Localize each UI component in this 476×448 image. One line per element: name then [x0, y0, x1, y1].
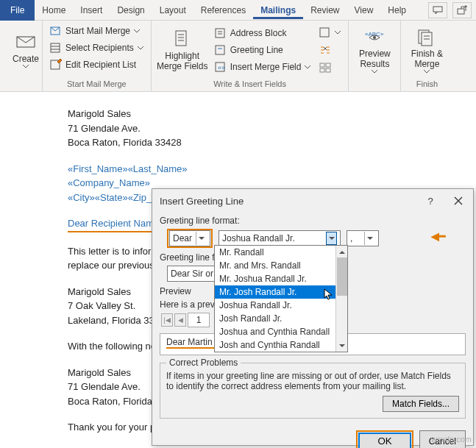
dialog-buttons: OK Cancel: [152, 424, 473, 448]
sender-line: Marigold Sales: [68, 107, 476, 121]
svg-rect-1: [458, 9, 464, 14]
correct-problems-group: Correct Problems If items in your greeti…: [160, 363, 466, 419]
chevron-down-icon: [326, 232, 337, 245]
group-title: Finish: [405, 78, 448, 90]
salutation-select[interactable]: Dear: [169, 230, 210, 246]
tab-references[interactable]: References: [193, 1, 253, 19]
dialog-titlebar: Insert Greeting Line ?: [152, 189, 473, 213]
cmd-label: Edit Recipient List: [65, 60, 136, 70]
group-start-mail-merge: Start Mail Merge Select Recipients Edit …: [43, 21, 152, 91]
tab-design[interactable]: Design: [110, 1, 152, 19]
group-title: Write & Insert Fields: [156, 78, 344, 90]
scrollbar[interactable]: [335, 246, 347, 352]
sel-value: Joshua Randall Jr.: [222, 233, 295, 243]
dropdown-item[interactable]: Josh and Cynthia Randall: [215, 338, 347, 352]
svg-rect-8: [176, 31, 186, 46]
address-block-button[interactable]: Address Block: [212, 26, 314, 40]
record-number-input[interactable]: 1: [188, 313, 210, 327]
finish-merge-button[interactable]: Finish & Merge: [405, 24, 448, 77]
svg-rect-21: [326, 63, 330, 67]
svg-rect-20: [320, 63, 324, 67]
greeting-icon: [215, 44, 227, 56]
close-button[interactable]: [448, 193, 469, 208]
highlight-merge-fields-button[interactable]: Highlight Merge Fields: [156, 24, 209, 77]
insertfield-icon: «»: [215, 61, 227, 73]
match-fields-button[interactable]: Match Fields...: [383, 396, 459, 412]
finish-icon: [416, 26, 437, 47]
dropdown-item[interactable]: Josh Randall Jr.: [215, 312, 347, 325]
tab-view[interactable]: View: [347, 1, 381, 19]
cmd-label: Insert Merge Field: [230, 62, 302, 72]
scroll-thumb[interactable]: [337, 257, 347, 296]
chevron-down-icon: [372, 70, 377, 74]
chevron-down-icon: [335, 31, 341, 35]
btn-label: Highlight Merge Fields: [156, 51, 209, 72]
first-record-button[interactable]: |◀: [161, 313, 173, 327]
envelope-icon: [15, 32, 36, 52]
create-label: Create: [13, 54, 39, 65]
chevron-down-icon: [305, 65, 310, 69]
cmd-label: Address Block: [230, 28, 287, 38]
update-labels-button[interactable]: [316, 61, 344, 74]
select-recipients-button[interactable]: Select Recipients: [47, 40, 146, 55]
svg-rect-12: [216, 29, 224, 38]
recipients-icon: [50, 42, 62, 54]
svg-rect-23: [326, 68, 330, 72]
insert-greeting-line-dialog: Insert Greeting Line ? Greeting line for…: [152, 188, 474, 446]
help-button[interactable]: ?: [420, 193, 441, 208]
name-format-select[interactable]: Joshua Randall Jr.: [219, 230, 341, 246]
tab-review[interactable]: Review: [303, 1, 347, 19]
comments-button[interactable]: [428, 2, 447, 18]
watermark: wsxdn.com: [431, 435, 472, 444]
preview-results-button[interactable]: «ABC» Preview Results: [353, 24, 396, 77]
edit-recipient-list-button[interactable]: Edit Recipient List: [47, 57, 146, 72]
group-create: Create: [0, 21, 43, 91]
tab-mailings[interactable]: Mailings: [253, 1, 303, 19]
sender-line: 71 Glendale Ave.: [68, 121, 476, 136]
insert-merge-field-button[interactable]: «» Insert Merge Field: [212, 60, 314, 74]
scroll-down-icon[interactable]: [336, 340, 347, 352]
btn-label: Preview Results: [353, 49, 396, 70]
highlight-icon: [172, 29, 193, 49]
merge-field-city: «City»: [68, 192, 95, 203]
svg-rect-15: [216, 46, 224, 54]
group-title: [353, 87, 396, 90]
start-mail-merge-button[interactable]: Start Mail Merge: [47, 24, 146, 38]
sender-line: Boca Raton, Florida 33428: [68, 135, 476, 150]
match-fields-button[interactable]: [316, 43, 344, 57]
address-icon: [215, 27, 227, 39]
tab-help[interactable]: Help: [380, 1, 413, 19]
svg-point-25: [373, 36, 376, 39]
punctuation-select[interactable]: ,: [347, 230, 379, 246]
svg-rect-19: [320, 28, 329, 37]
cmd-label: Start Mail Merge: [65, 26, 130, 36]
group-title-create: [4, 87, 38, 90]
dialog-title: Insert Greeting Line: [160, 196, 244, 207]
btn-label: Finish & Merge: [405, 49, 448, 70]
scroll-up-icon[interactable]: [336, 246, 347, 257]
chevron-down-icon: [424, 70, 430, 74]
dropdown-item[interactable]: Mr. and Mrs. Randall: [215, 259, 347, 272]
mailmerge-icon: [50, 25, 62, 37]
file-tab[interactable]: File: [0, 0, 35, 21]
svg-rect-0: [433, 7, 442, 12]
cursor-icon: [324, 288, 334, 302]
dropdown-item[interactable]: Mr. Randall: [215, 246, 347, 259]
dropdown-item[interactable]: Mr. Joshua Randall Jr.: [215, 272, 347, 285]
greeting-line-button[interactable]: Greeting Line: [212, 43, 314, 57]
group-title: Start Mail Merge: [47, 78, 146, 90]
dropdown-item[interactable]: Joshua and Cynthia Randall: [215, 325, 347, 338]
merge-field-company: «Company_Name»: [68, 177, 150, 188]
format-label: Greeting line format:: [160, 216, 466, 226]
create-button[interactable]: Create: [4, 24, 47, 77]
tab-layout[interactable]: Layout: [152, 1, 193, 19]
svg-rect-4: [51, 43, 60, 52]
share-button[interactable]: [452, 2, 472, 18]
rules-button[interactable]: [316, 26, 344, 39]
chevron-down-icon: [23, 65, 29, 68]
ok-button[interactable]: OK: [358, 433, 411, 448]
tab-home[interactable]: Home: [35, 1, 73, 19]
tab-insert[interactable]: Insert: [73, 1, 110, 19]
prev-record-button[interactable]: ◀: [174, 313, 186, 327]
chevron-down-icon: [134, 29, 140, 33]
